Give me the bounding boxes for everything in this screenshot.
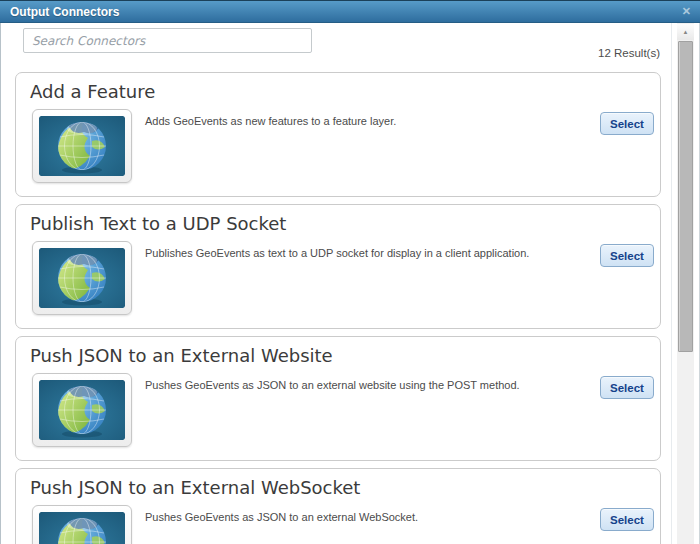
dialog-title: Output Connectors xyxy=(10,5,119,19)
globe-icon xyxy=(39,116,125,176)
globe-icon xyxy=(39,512,125,544)
select-button[interactable]: Select xyxy=(600,508,654,531)
connector-card: Push JSON to an External Website xyxy=(15,336,661,461)
connector-description: Pushes GeoEvents as JSON to an external … xyxy=(145,511,418,523)
select-button[interactable]: Select xyxy=(600,244,654,267)
select-button[interactable]: Select xyxy=(600,376,654,399)
close-icon[interactable]: ✕ xyxy=(682,5,691,18)
connector-thumbnail xyxy=(32,109,132,183)
connector-description: Adds GeoEvents as new features to a feat… xyxy=(145,115,396,127)
content-edge-divider xyxy=(671,23,672,544)
connector-title: Add a Feature xyxy=(30,81,155,102)
connector-title: Publish Text to a UDP Socket xyxy=(30,213,286,234)
connector-thumbnail xyxy=(32,241,132,315)
connector-card: Publish Text to a UDP Socket xyxy=(15,204,661,329)
connector-thumbnail xyxy=(32,373,132,447)
connector-list: Add a Feature xyxy=(15,72,661,544)
connector-description: Pushes GeoEvents as JSON to an external … xyxy=(145,379,520,391)
dialog-titlebar[interactable]: Output Connectors ✕ xyxy=(0,0,700,23)
connector-card: Push JSON to an External WebSocket xyxy=(15,468,661,544)
globe-icon xyxy=(39,248,125,308)
scroll-thumb[interactable] xyxy=(678,41,693,352)
search-input[interactable] xyxy=(23,28,312,53)
results-count: 12 Result(s) xyxy=(598,47,660,59)
connector-title: Push JSON to an External WebSocket xyxy=(30,477,360,498)
connector-description: Publishes GeoEvents as text to a UDP soc… xyxy=(145,247,529,259)
globe-icon xyxy=(39,380,125,440)
scroll-up-arrow-icon[interactable]: ▲ xyxy=(677,24,694,40)
connector-title: Push JSON to an External Website xyxy=(30,345,333,366)
scrollbar[interactable]: ▲ xyxy=(677,23,694,544)
connector-thumbnail xyxy=(32,505,132,544)
connector-card: Add a Feature xyxy=(15,72,661,197)
select-button[interactable]: Select xyxy=(600,112,654,135)
